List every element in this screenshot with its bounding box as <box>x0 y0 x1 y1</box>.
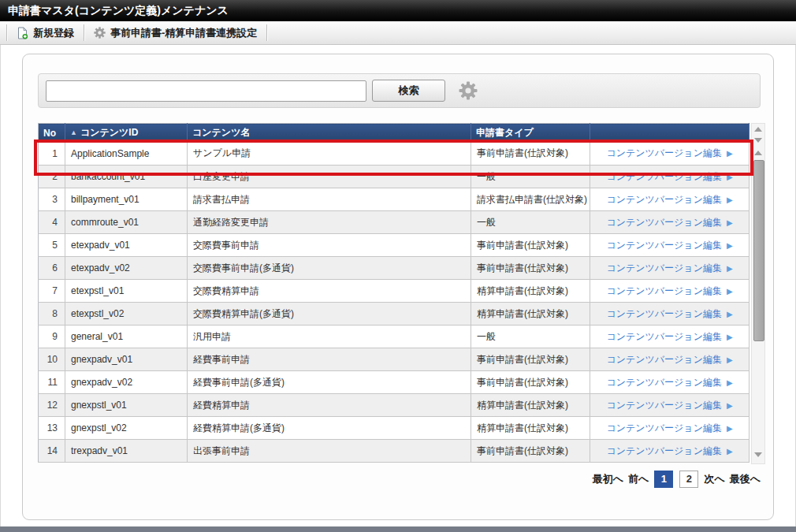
scroll-up-icon[interactable] <box>754 127 762 132</box>
scrollbar-bottom-down-icon[interactable] <box>754 452 762 457</box>
arrow-right-icon: ▶ <box>727 195 733 204</box>
cell-no: 8 <box>39 303 65 326</box>
cell-no: 9 <box>39 326 65 348</box>
cell-no: 12 <box>39 394 65 417</box>
content-version-edit-link[interactable]: コンテンツバージョン編集▶ <box>606 307 732 321</box>
page-number-1[interactable]: 1 <box>654 471 673 488</box>
cell-actions: コンテンツバージョン編集▶ <box>590 234 750 257</box>
cell-content-id: gnexpadv_v01 <box>65 348 188 371</box>
new-register-button[interactable]: 新規登録 <box>7 21 84 44</box>
cell-form-type: 精算申請書(仕訳対象) <box>471 280 590 303</box>
scrollbar-track-up-icon[interactable] <box>754 151 762 155</box>
cell-content-name: 経費事前申請 <box>188 348 471 371</box>
scrollbar-thumb[interactable] <box>753 160 764 341</box>
gear-icon <box>94 27 106 39</box>
cell-actions: コンテンツバージョン編集▶ <box>590 211 750 234</box>
col-header-content-name[interactable]: コンテンツ名 <box>188 124 471 143</box>
table-row[interactable]: 7 etexpstl_v01 交際費精算申請 精算申請書(仕訳対象) コンテンツ… <box>39 280 750 303</box>
content-version-edit-link[interactable]: コンテンツバージョン編集▶ <box>606 330 732 344</box>
cell-content-name: 交際費事前申請(多通貨) <box>188 257 471 280</box>
content-version-edit-link[interactable]: コンテンツバージョン編集▶ <box>606 262 732 275</box>
search-input[interactable] <box>46 80 366 102</box>
edit-link-label: コンテンツバージョン編集 <box>606 170 722 184</box>
content-version-edit-link[interactable]: コンテンツバージョン編集▶ <box>606 422 732 435</box>
table-row[interactable]: 6 etexpadv_v02 交際費事前申請(多通貨) 事前申請書(仕訳対象) … <box>39 257 750 280</box>
toolbar-divider <box>266 24 267 41</box>
link-settings-label: 事前申請書-精算申請書連携設定 <box>110 26 257 40</box>
arrow-right-icon: ▶ <box>727 287 733 296</box>
cell-form-type: 事前申請書(仕訳対象) <box>471 143 590 166</box>
page-next-link[interactable]: 次へ <box>704 472 724 486</box>
page-last-link[interactable]: 最後へ <box>730 472 761 486</box>
page-prev-link[interactable]: 前へ <box>628 472 649 486</box>
search-settings-gear-icon[interactable] <box>459 81 478 100</box>
cell-no: 10 <box>39 348 65 371</box>
cell-no: 5 <box>39 234 65 257</box>
cell-form-type: 請求書払申請書(仕訳対象) <box>471 188 590 211</box>
page-title: 申請書マスタ(コンテンツ定義)メンテナンス <box>8 4 229 17</box>
content-version-edit-link[interactable]: コンテンツバージョン編集▶ <box>606 376 732 389</box>
content-version-edit-link[interactable]: コンテンツバージョン編集▶ <box>606 147 732 160</box>
content-version-edit-link[interactable]: コンテンツバージョン編集▶ <box>606 445 732 458</box>
table-row[interactable]: 3 billpayment_v01 請求書払申請 請求書払申請書(仕訳対象) コ… <box>39 188 750 211</box>
content-version-edit-link[interactable]: コンテンツバージョン編集▶ <box>606 399 732 412</box>
edit-link-label: コンテンツバージョン編集 <box>606 262 722 275</box>
search-button[interactable]: 検索 <box>372 80 445 102</box>
arrow-right-icon: ▶ <box>727 355 733 364</box>
content-version-edit-link[interactable]: コンテンツバージョン編集▶ <box>606 193 732 206</box>
arrow-right-icon: ▶ <box>727 378 733 387</box>
window-bottom-edge <box>0 526 796 532</box>
contents-list: No ▲コンテンツID コンテンツ名 申請書タイプ 1 ApplicationS… <box>38 123 767 464</box>
edit-link-label: コンテンツバージョン編集 <box>606 216 722 229</box>
table-row[interactable]: 2 bankaccount_v01 口座変更申請 一般 コンテンツバージョン編集… <box>39 166 750 188</box>
page-first-link[interactable]: 最初へ <box>593 472 623 486</box>
table-row[interactable]: 14 trexpadv_v01 出張事前申請 事前申請書(仕訳対象) コンテンツ… <box>39 440 750 463</box>
arrow-right-icon: ▶ <box>727 424 733 433</box>
cell-actions: コンテンツバージョン編集▶ <box>590 303 750 326</box>
table-row[interactable]: 5 etexpadv_v01 交際費事前申請 事前申請書(仕訳対象) コンテンツ… <box>39 234 750 257</box>
cell-form-type: 一般 <box>471 326 590 348</box>
scroll-down-icon[interactable] <box>754 138 762 143</box>
edit-link-label: コンテンツバージョン編集 <box>606 330 722 344</box>
cell-actions: コンテンツバージョン編集▶ <box>590 188 750 211</box>
cell-actions: コンテンツバージョン編集▶ <box>590 348 750 371</box>
cell-actions: コンテンツバージョン編集▶ <box>590 166 750 188</box>
cell-content-id: etexpstl_v02 <box>65 303 188 326</box>
cell-content-id: bankaccount_v01 <box>65 166 188 188</box>
table-scrollbar[interactable] <box>751 123 765 464</box>
content-version-edit-link[interactable]: コンテンツバージョン編集▶ <box>606 285 732 298</box>
content-version-edit-link[interactable]: コンテンツバージョン編集▶ <box>606 216 732 229</box>
table-row[interactable]: 8 etexpstl_v02 交際費精算申請(多通貨) 精算申請書(仕訳対象) … <box>39 303 750 326</box>
table-row[interactable]: 11 gnexpadv_v02 経費事前申請(多通貨) 事前申請書(仕訳対象) … <box>39 371 750 394</box>
table-row[interactable]: 4 commroute_v01 通勤経路変更申請 一般 コンテンツバージョン編集… <box>39 211 750 234</box>
cell-content-id: etexpadv_v02 <box>65 257 188 280</box>
col-header-content-id[interactable]: ▲コンテンツID <box>65 124 188 143</box>
content-version-edit-link[interactable]: コンテンツバージョン編集▶ <box>606 239 732 252</box>
cell-actions: コンテンツバージョン編集▶ <box>590 371 750 394</box>
content-version-edit-link[interactable]: コンテンツバージョン編集▶ <box>606 353 732 366</box>
edit-link-label: コンテンツバージョン編集 <box>606 147 722 160</box>
page-number-2[interactable]: 2 <box>679 471 698 488</box>
table-row[interactable]: 13 gnexpstl_v02 経費精算申請(多通貨) 精算申請書(仕訳対象) … <box>39 417 750 440</box>
cell-no: 6 <box>39 257 65 280</box>
cell-content-name: 経費精算申請 <box>188 394 471 417</box>
edit-link-label: コンテンツバージョン編集 <box>606 193 722 206</box>
cell-content-id: trexpadv_v01 <box>65 440 188 463</box>
table-row[interactable]: 1 ApplicationSample サンプル申請 事前申請書(仕訳対象) コ… <box>39 143 750 166</box>
sort-asc-icon: ▲ <box>70 128 77 136</box>
cell-no: 7 <box>39 280 65 303</box>
search-panel: 検索 <box>38 73 761 108</box>
table-row[interactable]: 10 gnexpadv_v01 経費事前申請 事前申請書(仕訳対象) コンテンツ… <box>39 348 750 371</box>
content-version-edit-link[interactable]: コンテンツバージョン編集▶ <box>606 170 732 184</box>
cell-content-id: etexpadv_v01 <box>65 234 188 257</box>
cell-content-name: 交際費精算申請 <box>188 280 471 303</box>
window-title-bar: 申請書マスタ(コンテンツ定義)メンテナンス <box>0 0 796 21</box>
cell-content-name: サンプル申請 <box>188 143 471 166</box>
cell-content-id: gnexpstl_v02 <box>65 417 188 440</box>
col-header-form-type[interactable]: 申請書タイプ <box>471 124 590 143</box>
pre-settlement-link-settings-button[interactable]: 事前申請書-精算申請書連携設定 <box>84 21 266 44</box>
table-row[interactable]: 9 general_v01 汎用申請 一般 コンテンツバージョン編集▶ <box>39 326 750 348</box>
table-row[interactable]: 12 gnexpstl_v01 経費精算申請 精算申請書(仕訳対象) コンテンツ… <box>39 394 750 417</box>
cell-actions: コンテンツバージョン編集▶ <box>590 280 750 303</box>
arrow-right-icon: ▶ <box>727 241 733 250</box>
